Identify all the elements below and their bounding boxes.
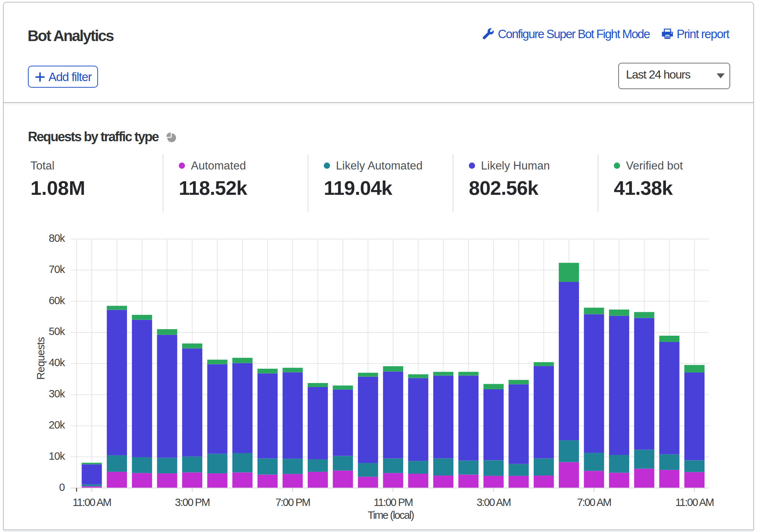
- svg-text:7:00 PM: 7:00 PM: [275, 496, 310, 508]
- svg-text:7:00 AM: 7:00 AM: [577, 496, 611, 508]
- svg-text:Time (local): Time (local): [367, 509, 414, 521]
- svg-text:50k: 50k: [49, 325, 65, 337]
- svg-text:Requests: Requests: [35, 337, 47, 380]
- svg-text:11:00 AM: 11:00 AM: [675, 496, 713, 508]
- svg-text:20k: 20k: [49, 419, 65, 431]
- svg-text:70k: 70k: [49, 263, 65, 275]
- svg-text:3:00 PM: 3:00 PM: [175, 496, 210, 508]
- svg-text:30k: 30k: [49, 388, 65, 400]
- svg-text:40k: 40k: [49, 357, 65, 368]
- svg-text:3:00 AM: 3:00 AM: [477, 496, 510, 508]
- svg-text:11:00 PM: 11:00 PM: [374, 496, 413, 508]
- svg-text:0: 0: [59, 481, 65, 493]
- svg-text:10k: 10k: [49, 450, 65, 462]
- svg-text:60k: 60k: [49, 295, 65, 306]
- svg-text:80k: 80k: [49, 232, 65, 244]
- svg-text:11:00 AM: 11:00 AM: [73, 496, 111, 508]
